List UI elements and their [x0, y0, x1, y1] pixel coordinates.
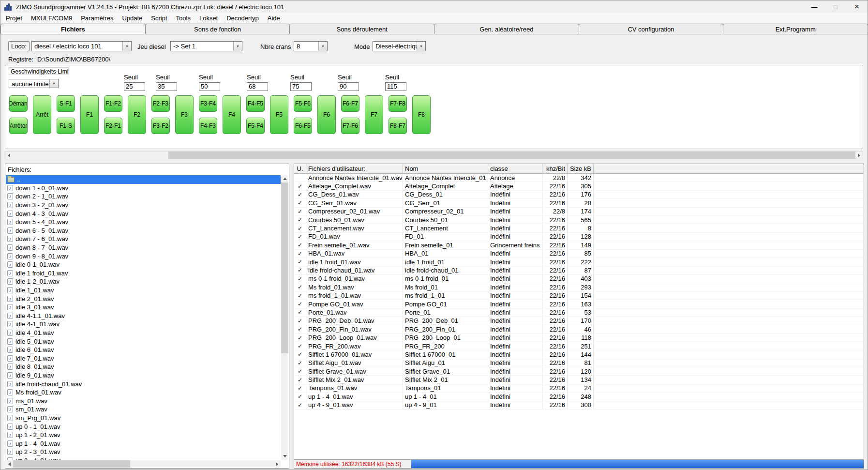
menu-item-aide[interactable]: Aide	[263, 13, 284, 23]
fn-button-arr-t[interactable]: Arrêt	[33, 95, 51, 134]
scrollbar-thumb[interactable]	[13, 460, 130, 468]
file-item[interactable]: idle 2_01.wav	[6, 294, 281, 303]
table-row[interactable]: Annonce Nantes Intercité_01.wavAnnonce N…	[294, 174, 864, 182]
scrollbar-track[interactable]	[13, 152, 855, 159]
tab-cv-configuration[interactable]: CV configuration	[579, 24, 724, 34]
fn-button-arr-ter[interactable]: Arrêter	[9, 118, 28, 134]
file-item[interactable]: up 1 - 4_01.wav	[6, 439, 281, 448]
column-header-fichiers-utilisateur[interactable]: Fichiers d'utilisateur:	[306, 164, 403, 173]
file-item[interactable]: idle 3_01.wav	[6, 303, 281, 312]
fn-button-f7[interactable]: F7	[365, 95, 383, 134]
fn-button-f2-f3[interactable]: F2-F3	[151, 95, 170, 112]
column-header-size-kb[interactable]: Size kB	[568, 164, 594, 173]
table-row[interactable]: ✓Attelage_Complet.wavAttelage_CompletAtt…	[294, 182, 864, 190]
fn-button-d-marr[interactable]: Démarr	[9, 95, 28, 112]
file-item[interactable]: idle froid-chaud_01.wav	[6, 379, 281, 388]
table-row[interactable]: ✓Courbes 50_01.wavCourbes 50_01Indéfini2…	[294, 216, 864, 224]
file-item[interactable]: down 3 - 2_01.wav	[6, 201, 281, 210]
scrollbar-thumb[interactable]	[281, 182, 288, 353]
seuil-input-3[interactable]	[199, 82, 220, 91]
file-item[interactable]: idle 5_01.wav	[6, 337, 281, 346]
file-item[interactable]: idle 4-1.1_01.wav	[6, 312, 281, 320]
menu-item-lokset[interactable]: Lokset	[195, 13, 222, 23]
table-row[interactable]: ✓PRG_200_Fin_01.wavPRG_200_Fin_01Indéfin…	[294, 325, 864, 334]
file-item[interactable]: idle 4-1_01.wav	[6, 320, 281, 329]
file-item[interactable]: idle 1-2_01.wav	[6, 277, 281, 286]
tab-sons-de-fonction[interactable]: Sons de fonction	[145, 24, 290, 34]
nbre-crans-select[interactable]: 8	[294, 41, 328, 51]
fn-button-f5-f6[interactable]: F5-F6	[294, 95, 312, 112]
file-list-horizontal-scrollbar[interactable]	[6, 460, 281, 468]
table-row[interactable]: ✓PRG_FR_200.wavPRG_FR_200Indéfini22/1625…	[294, 342, 864, 350]
chevron-down-icon[interactable]	[417, 42, 425, 51]
file-item[interactable]: idle 7_01.wav	[6, 354, 281, 363]
tab-fichiers[interactable]: Fichiers	[0, 24, 146, 34]
fn-button-f1[interactable]: F1	[80, 95, 99, 134]
mode-select[interactable]: Diesel-électrique	[373, 41, 426, 51]
fn-button-f3[interactable]: F3	[175, 95, 194, 134]
fn-button-f3-f2[interactable]: F3-F2	[151, 118, 170, 134]
file-item[interactable]: idle 9_01.wav	[6, 371, 281, 380]
file-item[interactable]: idle 1_01.wav	[6, 286, 281, 295]
fn-button-f5[interactable]: F5	[270, 95, 288, 134]
fn-button-f6[interactable]: F6	[317, 95, 336, 134]
seuil-input-7[interactable]	[385, 82, 406, 91]
fn-button-f7-f6[interactable]: F7-F6	[341, 118, 359, 134]
fn-button-f4-f3[interactable]: F4-F3	[199, 118, 217, 134]
table-row[interactable]: ✓Sifflet Aigu_01.wavSifflet Aigu_01Indéf…	[294, 359, 864, 367]
fn-button-f2[interactable]: F2	[128, 95, 146, 134]
file-item[interactable]: ms_01.wav	[6, 396, 281, 405]
fn-button-f4[interactable]: F4	[223, 95, 241, 134]
scroll-up-arrow-icon[interactable]	[281, 175, 288, 182]
loco-select[interactable]: diesel / electric loco 101	[31, 41, 132, 51]
file-item[interactable]: down 5 - 4_01.wav	[6, 218, 281, 227]
table-row[interactable]: ✓HBA_01.wavHBA_01Indéfini22/1685	[294, 250, 864, 258]
file-item[interactable]: idle 0-1_01.wav	[6, 260, 281, 269]
fn-button-f2-f1[interactable]: F2-F1	[104, 118, 122, 134]
fn-button-f8-f7[interactable]: F8-F7	[389, 118, 407, 134]
file-item[interactable]: idle 8_01.wav	[6, 363, 281, 371]
table-row[interactable]: ✓Ms froid_01.wavMs froid_01Indéfini22/16…	[294, 283, 864, 291]
fn-button-f4-f5[interactable]: F4-F5	[246, 95, 265, 112]
menu-item-param-tres[interactable]: Paramètres	[76, 13, 118, 23]
file-item[interactable]: down 8 - 7_01.wav	[6, 243, 281, 252]
fn-button-f7-f8[interactable]: F7-F8	[389, 95, 407, 112]
menu-item-decodertyp[interactable]: Decodertyp	[222, 13, 263, 23]
fn-button-f5-f4[interactable]: F5-F4	[246, 118, 265, 134]
table-row[interactable]: ✓Sifflet 1 67000_01.wavSifflet 1 67000_0…	[294, 350, 864, 359]
table-row[interactable]: ✓FD_01.wavFD_01Indéfini22/16128	[294, 233, 864, 241]
file-item[interactable]: idle 4_01.wav	[6, 329, 281, 337]
file-item[interactable]: sm_01.wav	[6, 405, 281, 414]
table-row[interactable]: ✓Compresseur_02_01.wavCompresseur_02_01I…	[294, 208, 864, 216]
tab-ext-programm[interactable]: Ext.Programm	[723, 24, 868, 34]
column-header-nom[interactable]: Nom	[403, 164, 488, 173]
fn-button-f8[interactable]: F8	[412, 95, 431, 134]
table-row[interactable]: ✓CG_Dess_01.wavCG_Dess_01Indéfini22/1617…	[294, 191, 864, 199]
menu-item-script[interactable]: Script	[147, 13, 171, 23]
loco-button[interactable]: Loco:	[8, 41, 30, 51]
menu-item-tools[interactable]: Tools	[172, 13, 195, 23]
scroll-right-arrow-icon[interactable]	[273, 460, 281, 468]
fn-button-f1-s[interactable]: F1-S	[57, 118, 75, 134]
file-item[interactable]: idle 6_01.wav	[6, 346, 281, 354]
file-item[interactable]: down 7 - 6_01.wav	[6, 235, 281, 243]
maximize-button[interactable]: □	[825, 0, 846, 13]
scroll-left-arrow-icon[interactable]	[5, 152, 13, 159]
menu-item-update[interactable]: Update	[118, 13, 147, 23]
fn-button-f6-f5[interactable]: F6-F5	[294, 118, 312, 134]
table-row[interactable]: ✓PRG_200_Loop_01.wavPRG_200_Loop_01Indéf…	[294, 334, 864, 342]
fn-button-f3-f4[interactable]: F3-F4	[199, 95, 217, 112]
fn-button-s-f1[interactable]: S-F1	[57, 95, 75, 112]
table-row[interactable]: ✓Sifflet Grave_01.wavSifflet Grave_01Ind…	[294, 367, 864, 376]
file-item[interactable]: down 9 - 8_01.wav	[6, 252, 281, 260]
table-row[interactable]: ✓Pompe GO_01.wavPompe GO_01Indéfini22/16…	[294, 300, 864, 308]
file-item[interactable]: down 1 - 0_01.wav	[6, 184, 281, 193]
column-header-u[interactable]: U.	[294, 164, 306, 173]
file-item[interactable]: idle 1 froid_01.wav	[6, 269, 281, 278]
column-header-khz-bit[interactable]: khz/Bit	[542, 164, 568, 173]
jeu-diesel-select[interactable]: -> Set 1	[170, 41, 242, 51]
scrollbar-track[interactable]	[13, 460, 273, 468]
chevron-down-icon[interactable]	[49, 79, 58, 88]
chevron-down-icon[interactable]	[318, 42, 327, 51]
tab-gen-al-atoire-reed[interactable]: Gen. aléatoire/reed	[434, 24, 579, 34]
